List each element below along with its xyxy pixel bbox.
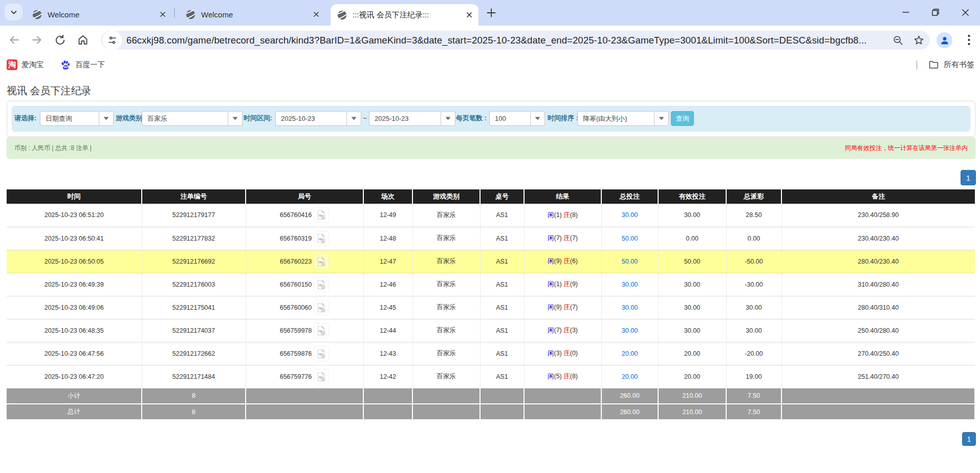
cell-time: 2025-10-23 06:49:06 [7,296,142,319]
result-banker-points: (8) [570,211,578,219]
dropdown-arrow-button[interactable] [99,111,114,126]
cell-valid-bet: 30.00 [658,273,726,296]
column-header: 结果 [524,189,601,204]
cell-total-bet[interactable]: 30.00 [601,204,658,227]
cell-game-type: 百家乐 [412,365,480,388]
round-number: 656760416 [280,211,312,219]
cell-result: 闲(1) 庄(8) [524,204,601,227]
bookmark-baidu[interactable]: du 百度一下 [60,54,105,75]
dropdown-arrow-button[interactable] [441,111,455,126]
video-replay-icon[interactable] [314,254,329,269]
total-bet-link[interactable]: 50.00 [622,235,638,242]
total-bet-link[interactable]: 30.00 [622,327,638,334]
bookmarks-bar: 淘 爱淘宝 du 百度一下 所有书签 [0,54,980,75]
browser-menu-button[interactable] [964,33,973,47]
tab-bet-record-active[interactable]: :::视讯 会员下注纪录::: [331,4,478,26]
total-bet-link[interactable]: 30.00 [622,304,638,311]
cell-total-bet[interactable]: 30.00 [601,319,658,342]
video-replay-icon[interactable] [314,277,329,292]
video-replay-icon[interactable] [314,369,329,384]
tab-close-button[interactable] [159,10,167,18]
sort-select[interactable]: 降幂(由大到小) [577,111,669,126]
cell-valid-bet: 0.00 [658,227,726,250]
column-header: 局号 [246,189,363,204]
site-info-button[interactable] [102,31,122,50]
cell-payout: -50.00 [726,250,781,273]
cell-total-bet[interactable]: 20.00 [601,342,658,365]
total-bet-link[interactable]: 20.00 [622,350,638,357]
video-file-icon [316,210,326,220]
bookmark-star-button[interactable] [912,34,925,47]
cell-session: 12-44 [363,319,412,342]
date-end-select[interactable]: 2025-10-23 [369,111,455,126]
dropdown-arrow-button[interactable] [530,111,545,126]
window-minimize-button[interactable] [891,0,921,25]
video-replay-icon[interactable] [314,207,329,223]
cell-total-bet[interactable]: 50.00 [601,250,658,273]
cell-note: 280.40/230.40 [781,250,975,273]
tab-welcome-2[interactable]: Welcome [177,4,325,25]
dropdown-arrow-button[interactable] [228,111,243,126]
bookmark-taobao[interactable]: 淘 爱淘宝 [7,54,44,75]
cell-time: 2025-10-23 06:51:20 [7,204,142,227]
cell-bet-id: 522912177832 [142,227,246,250]
total-bet-link[interactable]: 30.00 [622,211,638,219]
cell-total-bet[interactable]: 20.00 [601,365,658,388]
back-button[interactable] [7,33,21,47]
tab-welcome-1[interactable]: Welcome [24,4,172,25]
sum-total-bet: 260.00 [601,388,658,404]
pagination-page-1-top[interactable]: 1 [961,170,976,185]
back-arrow-icon [8,34,20,46]
tab-close-button[interactable] [465,11,473,19]
forward-button[interactable] [30,33,44,47]
video-replay-icon[interactable] [314,300,329,315]
result-player-points: (1) [554,281,563,288]
caret-down-icon [351,117,357,120]
cell-valid-bet: 30.00 [658,296,726,319]
round-number: 656760319 [280,235,312,242]
tab-divider [174,8,175,18]
cell-total-bet[interactable]: 30.00 [601,273,658,296]
sum-count: 8 [142,388,246,404]
dropdown-arrow-button[interactable] [654,111,669,126]
video-replay-icon[interactable] [314,346,329,361]
result-player: 闲 [548,257,554,265]
cell-table-id: AS1 [480,250,524,273]
new-tab-button[interactable] [485,6,498,19]
video-replay-icon[interactable] [314,231,329,246]
globe-icon [337,10,347,20]
taobao-icon: 淘 [7,59,17,70]
page-size-select[interactable]: 100 [489,111,545,126]
reload-button[interactable] [53,33,67,47]
subtotal-row: 小计8260.00210.007.50 [7,388,975,404]
result-player-points: (9) [554,257,563,265]
column-header: 备注 [781,189,975,204]
total-bet-link[interactable]: 50.00 [622,258,638,265]
cell-table-id: AS1 [480,319,524,342]
tab-close-button[interactable] [312,10,320,18]
pagination-page-1-bottom[interactable]: 1 [962,432,976,446]
cell-payout: -20.00 [726,342,781,365]
date-start-select[interactable]: 2025-10-23 [275,111,361,126]
window-close-button[interactable] [950,0,980,25]
all-bookmarks-button[interactable]: 所有书签 [928,54,974,75]
dropdown-arrow-button[interactable] [346,111,361,126]
address-bar[interactable]: 66cxkj98.com/game/betrecord_search/kind3… [101,31,930,50]
window-restore-button[interactable] [921,0,950,25]
search-button[interactable]: 查询 [671,111,694,126]
game-type-select[interactable]: 百家乐 [142,111,243,126]
total-bet-link[interactable]: 20.00 [622,373,638,380]
home-button[interactable] [76,33,90,47]
query-type-select[interactable]: 日期查询 [40,111,114,126]
cell-total-bet[interactable]: 30.00 [601,296,658,319]
tab-search-button[interactable] [5,4,23,20]
sum-empty-cell [246,404,363,420]
tab-title: Welcome [48,10,79,19]
cell-total-bet[interactable]: 50.00 [601,227,658,250]
page-size-label: 每页笔数 : [456,111,487,125]
result-player-points: (1) [554,211,563,219]
profile-avatar-button[interactable] [937,32,952,48]
total-bet-link[interactable]: 30.00 [622,281,638,288]
video-replay-icon[interactable] [314,323,329,338]
zoom-button[interactable] [891,34,905,47]
